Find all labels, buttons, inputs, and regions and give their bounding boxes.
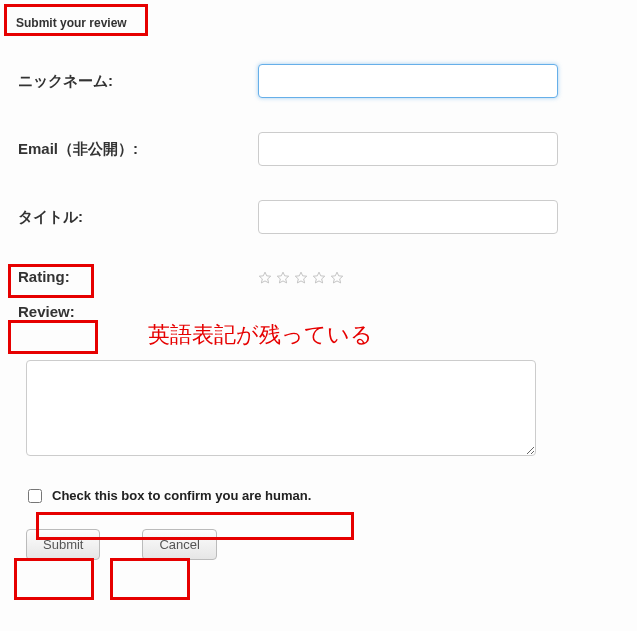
label-rating: Rating: [18,268,258,285]
button-row: Submit Cancel [26,529,627,560]
row-review: Review: [10,303,627,320]
star-icon[interactable] [294,271,308,285]
star-icon[interactable] [312,271,326,285]
label-nickname: ニックネーム: [18,72,258,91]
highlight-box [14,558,94,600]
label-review: Review: [18,303,258,320]
form-heading: Submit your review [10,10,133,36]
review-textarea[interactable] [26,360,536,456]
nickname-input[interactable] [258,64,558,98]
star-icon[interactable] [276,271,290,285]
row-title: タイトル: [10,200,627,234]
row-rating: Rating: [10,268,627,285]
title-input[interactable] [258,200,558,234]
label-title: タイトル: [18,208,258,227]
star-icon[interactable] [258,271,272,285]
highlight-box [110,558,190,600]
submit-button[interactable]: Submit [26,529,100,560]
email-input[interactable] [258,132,558,166]
highlight-box [8,320,98,354]
human-checkbox-label: Check this box to confirm you are human. [48,484,315,507]
cancel-button[interactable]: Cancel [142,529,216,560]
row-human-check: Check this box to confirm you are human. [28,484,627,507]
annotation-text: 英語表記が残っている [148,320,373,350]
rating-stars[interactable] [258,269,344,285]
row-email: Email（非公開）: [10,132,627,166]
human-checkbox[interactable] [28,489,42,503]
label-email: Email（非公開）: [18,140,258,159]
star-icon[interactable] [330,271,344,285]
row-nickname: ニックネーム: [10,64,627,98]
